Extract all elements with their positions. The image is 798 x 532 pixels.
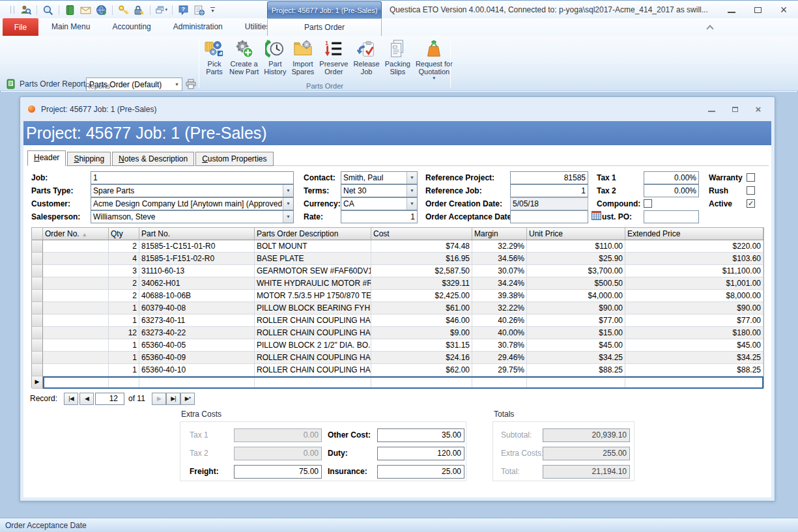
cell-cost[interactable]: $74.48 — [371, 240, 472, 253]
cell-order-no[interactable] — [43, 352, 109, 364]
cell-parts-order-description[interactable]: PILLOW BLOCK 2 1/2" DIA. BO... — [255, 339, 371, 352]
column-header-margin[interactable]: Margin — [472, 228, 527, 240]
cell-unit-price[interactable]: $90.00 — [527, 302, 625, 315]
column-header-part-no[interactable]: Part No. — [139, 228, 255, 240]
help-icon[interactable]: ? — [177, 4, 190, 16]
cell-order-no[interactable] — [43, 253, 109, 265]
row-selector[interactable] — [32, 339, 43, 352]
cell-extended-price[interactable]: $11,100.00 — [625, 265, 763, 277]
cell-qty[interactable]: 2 — [109, 290, 139, 302]
column-header-cost[interactable]: Cost — [371, 228, 472, 240]
tab-shipping[interactable]: Shipping — [67, 152, 111, 166]
table-row[interactable]: 234062-H01WHITE HYDRAULIC MOTOR #R...$32… — [32, 277, 763, 290]
cell-part-no[interactable]: 65360-40-05 — [139, 339, 255, 352]
row-selector[interactable] — [32, 315, 43, 327]
duty-input[interactable]: 120.00 — [377, 447, 464, 460]
security-lock-icon[interactable] — [133, 4, 145, 16]
close-button[interactable]: × — [778, 4, 789, 16]
row-selector[interactable] — [32, 327, 43, 339]
qat-customize-icon[interactable]: ▾ — [210, 7, 215, 13]
email-icon[interactable] — [79, 4, 92, 16]
ribbon-tab-main-menu[interactable]: Main Menu — [40, 18, 101, 36]
pick-parts-button[interactable]: Pick Parts — [202, 37, 227, 76]
table-row[interactable]: 281585-1-C151-01-R0BOLT MOUNT$74.4832.29… — [32, 240, 763, 253]
salesperson-select[interactable]: Williamson, Steve▼ — [91, 210, 294, 223]
table-row[interactable]: 160379-40-08PILLOW BLOCK BEARING FYH...$… — [32, 302, 763, 315]
maximize-button[interactable] — [752, 4, 763, 16]
column-header-qty[interactable]: Qty — [109, 228, 139, 240]
tab-notes-description[interactable]: Notes & Description — [112, 152, 194, 166]
row-selector[interactable] — [32, 265, 43, 277]
last-record-button[interactable]: ▶| — [166, 393, 180, 405]
file-tab[interactable]: File — [3, 18, 38, 36]
column-header-order-no[interactable]: Order No.▲ — [43, 228, 109, 240]
cell-qty[interactable]: 4 — [109, 253, 139, 265]
order-acceptance-date-input[interactable] — [510, 210, 588, 223]
new-record-button[interactable]: ▶* — [180, 393, 195, 405]
ribbon-tab-administration[interactable]: Administration — [162, 18, 234, 36]
cell-part-no[interactable]: 81585-1-F151-02-R0 — [139, 253, 255, 265]
ribbon-tab-accounting[interactable]: Accounting — [101, 18, 162, 36]
cell-unit-price[interactable]: $34.25 — [527, 352, 625, 364]
window-close-button[interactable]: × — [754, 105, 763, 114]
cell-cost[interactable]: $61.00 — [371, 302, 472, 315]
cell-qty[interactable]: 1 — [109, 315, 139, 327]
tax2-input[interactable]: 0.00% — [644, 184, 699, 197]
packing-slips-button[interactable]: Packing Slips — [382, 37, 413, 76]
tab-parts-order[interactable]: Parts Order — [267, 18, 382, 36]
release-job-button[interactable]: Release Job — [350, 37, 382, 76]
row-selector[interactable] — [32, 277, 43, 290]
cell-extended-price[interactable]: $1,001.00 — [625, 277, 763, 290]
table-row[interactable]: 481585-1-F151-02-R0BASE PLATE$16.9534.56… — [32, 253, 763, 265]
table-row[interactable]: 1263273-40-22ROLLER CHAIN COUPLING HA...… — [32, 327, 763, 339]
notebook-icon[interactable] — [64, 4, 76, 16]
cell-qty[interactable]: 1 — [109, 352, 139, 364]
row-selector[interactable] — [32, 302, 43, 315]
cell-qty[interactable]: 1 — [109, 364, 139, 376]
row-selector[interactable] — [32, 253, 43, 265]
empty-cell[interactable] — [625, 376, 763, 389]
minimize-button[interactable] — [726, 4, 737, 16]
column-header-parts-order-description[interactable]: Parts Order Description — [255, 228, 371, 240]
cell-margin[interactable]: 40.26% — [472, 315, 527, 327]
column-header-unit-price[interactable]: Unit Price — [527, 228, 625, 240]
cell-cost[interactable]: $9.00 — [371, 327, 472, 339]
column-header-extended-price[interactable]: Extended Price — [625, 228, 763, 240]
cell-part-no[interactable]: 60379-40-08 — [139, 302, 255, 315]
cell-unit-price[interactable]: $88.25 — [527, 364, 625, 376]
table-row[interactable]: 165360-40-10ROLLER CHAIN COUPLING HA...$… — [32, 364, 763, 376]
cell-qty[interactable]: 1 — [109, 339, 139, 352]
cell-part-no[interactable]: 63273-40-11 — [139, 315, 255, 327]
cell-order-no[interactable] — [43, 277, 109, 290]
cell-part-no[interactable]: 65360-40-10 — [139, 364, 255, 376]
cell-parts-order-description[interactable]: ROLLER CHAIN COUPLING HA... — [255, 364, 371, 376]
feedback-icon[interactable] — [193, 4, 205, 16]
cell-cost[interactable]: $2,425.00 — [371, 290, 472, 302]
cell-parts-order-description[interactable]: GEARMOTOR SEW #FAF60DV11... — [255, 265, 371, 277]
cell-extended-price[interactable]: $45.00 — [625, 339, 763, 352]
cell-unit-price[interactable]: $4,000.00 — [527, 290, 625, 302]
cell-extended-price[interactable]: $88.25 — [625, 364, 763, 376]
empty-cell[interactable] — [527, 376, 625, 389]
active-checkbox[interactable]: ✓ — [747, 199, 755, 208]
cell-order-no[interactable] — [43, 339, 109, 352]
cell-extended-price[interactable]: $77.00 — [625, 315, 763, 327]
cell-unit-price[interactable]: $3,700.00 — [527, 265, 625, 277]
cell-unit-price[interactable]: $110.00 — [527, 240, 625, 253]
record-number-input[interactable]: 12 — [95, 393, 124, 405]
freight-input[interactable]: 75.00 — [234, 465, 322, 479]
cell-part-no[interactable]: 63273-40-22 — [139, 327, 255, 339]
import-spares-button[interactable]: Import Spares — [289, 37, 317, 76]
empty-cell[interactable] — [472, 376, 527, 389]
new-record-row[interactable]: ▶ — [32, 376, 763, 389]
tab-custom-properties[interactable]: Custom Properties — [195, 152, 273, 166]
job-input[interactable]: 1 — [91, 171, 294, 184]
cell-parts-order-description[interactable]: MOTOR 7.5/3.5 HP 1750/870 TE... — [255, 290, 371, 302]
calendar-icon[interactable] — [591, 211, 601, 220]
window-restore-button[interactable] — [730, 105, 739, 114]
cell-parts-order-description[interactable]: ROLLER CHAIN COUPLING HA... — [255, 315, 371, 327]
cell-unit-price[interactable]: $15.00 — [527, 327, 625, 339]
cell-parts-order-description[interactable]: ROLLER CHAIN COUPLING HA... — [255, 327, 371, 339]
cell-cost[interactable]: $62.00 — [371, 364, 472, 376]
cell-order-no[interactable] — [43, 302, 109, 315]
